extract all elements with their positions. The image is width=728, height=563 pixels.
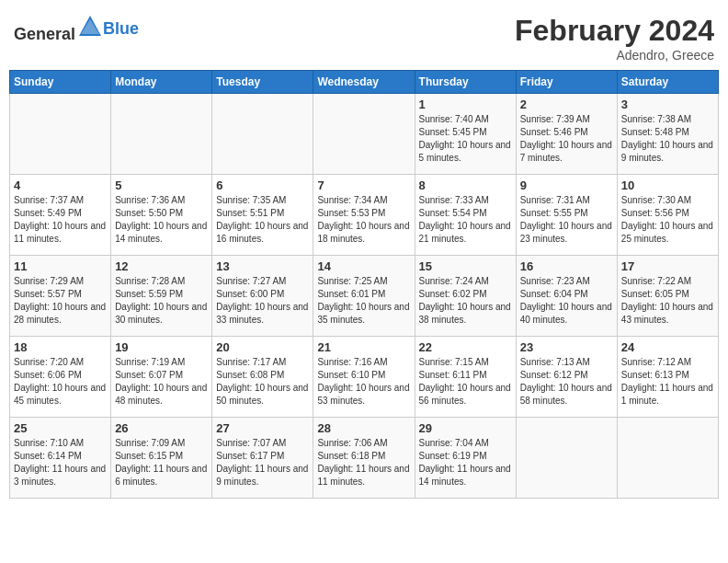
day-detail: Sunrise: 7:33 AM Sunset: 5:54 PM Dayligh…: [419, 194, 512, 246]
day-detail: Sunrise: 7:28 AM Sunset: 5:59 PM Dayligh…: [115, 275, 208, 327]
calendar-day-cell: 2Sunrise: 7:39 AM Sunset: 5:46 PM Daylig…: [516, 94, 617, 175]
calendar-day-cell: 29Sunrise: 7:04 AM Sunset: 6:19 PM Dayli…: [415, 418, 516, 499]
day-number: 18: [14, 340, 107, 354]
calendar-day-cell: 21Sunrise: 7:16 AM Sunset: 6:10 PM Dayli…: [313, 337, 415, 418]
weekday-header: Monday: [111, 71, 212, 94]
day-number: 14: [317, 259, 410, 273]
weekday-header: Thursday: [415, 71, 516, 94]
page-header: General Blue February 2024 Adendro, Gree…: [9, 9, 719, 63]
calendar-day-cell: 16Sunrise: 7:23 AM Sunset: 6:04 PM Dayli…: [516, 256, 617, 337]
calendar-table: SundayMondayTuesdayWednesdayThursdayFrid…: [9, 70, 719, 499]
calendar-week-row: 1Sunrise: 7:40 AM Sunset: 5:45 PM Daylig…: [10, 94, 719, 175]
day-detail: Sunrise: 7:35 AM Sunset: 5:51 PM Dayligh…: [216, 194, 309, 246]
calendar-day-cell: 8Sunrise: 7:33 AM Sunset: 5:54 PM Daylig…: [415, 175, 516, 256]
logo: General Blue: [14, 14, 139, 44]
calendar-day-cell: 22Sunrise: 7:15 AM Sunset: 6:11 PM Dayli…: [415, 337, 516, 418]
day-number: 27: [216, 421, 309, 435]
day-detail: Sunrise: 7:06 AM Sunset: 6:18 PM Dayligh…: [317, 437, 410, 488]
logo-text: General: [14, 14, 103, 44]
logo-blue: Blue: [103, 19, 139, 39]
day-detail: Sunrise: 7:24 AM Sunset: 6:02 PM Dayligh…: [419, 275, 512, 327]
calendar-day-cell: 7Sunrise: 7:34 AM Sunset: 5:53 PM Daylig…: [313, 175, 415, 256]
day-number: 9: [520, 178, 613, 192]
day-number: 24: [621, 340, 714, 354]
calendar-day-cell: 3Sunrise: 7:38 AM Sunset: 5:48 PM Daylig…: [617, 94, 718, 175]
day-number: 7: [317, 178, 410, 192]
title-block: February 2024 Adendro, Greece: [515, 14, 714, 63]
calendar-day-cell: 9Sunrise: 7:31 AM Sunset: 5:55 PM Daylig…: [516, 175, 617, 256]
calendar-day-cell: [10, 94, 111, 175]
day-number: 26: [115, 421, 208, 435]
day-detail: Sunrise: 7:13 AM Sunset: 6:12 PM Dayligh…: [520, 356, 613, 408]
day-number: 21: [317, 340, 410, 354]
day-number: 22: [419, 340, 512, 354]
calendar-day-cell: 25Sunrise: 7:10 AM Sunset: 6:14 PM Dayli…: [10, 418, 111, 499]
location-subtitle: Adendro, Greece: [515, 48, 714, 63]
calendar-day-cell: 27Sunrise: 7:07 AM Sunset: 6:17 PM Dayli…: [212, 418, 313, 499]
calendar-week-row: 25Sunrise: 7:10 AM Sunset: 6:14 PM Dayli…: [10, 418, 719, 499]
day-detail: Sunrise: 7:12 AM Sunset: 6:13 PM Dayligh…: [621, 356, 714, 408]
day-number: 11: [14, 259, 107, 273]
day-detail: Sunrise: 7:39 AM Sunset: 5:46 PM Dayligh…: [520, 113, 613, 165]
calendar-day-cell: 28Sunrise: 7:06 AM Sunset: 6:18 PM Dayli…: [313, 418, 415, 499]
weekday-header: Friday: [516, 71, 617, 94]
calendar-day-cell: 15Sunrise: 7:24 AM Sunset: 6:02 PM Dayli…: [415, 256, 516, 337]
day-number: 15: [419, 259, 512, 273]
calendar-day-cell: [111, 94, 212, 175]
calendar-day-cell: 14Sunrise: 7:25 AM Sunset: 6:01 PM Dayli…: [313, 256, 415, 337]
calendar-day-cell: 13Sunrise: 7:27 AM Sunset: 6:00 PM Dayli…: [212, 256, 313, 337]
calendar-day-cell: 1Sunrise: 7:40 AM Sunset: 5:45 PM Daylig…: [415, 94, 516, 175]
day-number: 13: [216, 259, 309, 273]
calendar-day-cell: 26Sunrise: 7:09 AM Sunset: 6:15 PM Dayli…: [111, 418, 212, 499]
day-number: 1: [419, 98, 512, 111]
calendar-day-cell: 10Sunrise: 7:30 AM Sunset: 5:56 PM Dayli…: [617, 175, 718, 256]
day-detail: Sunrise: 7:31 AM Sunset: 5:55 PM Dayligh…: [520, 194, 613, 246]
day-number: 12: [115, 259, 208, 273]
day-detail: Sunrise: 7:36 AM Sunset: 5:50 PM Dayligh…: [115, 194, 208, 246]
calendar-week-row: 4Sunrise: 7:37 AM Sunset: 5:49 PM Daylig…: [10, 175, 719, 256]
day-number: 28: [317, 421, 410, 435]
calendar-week-row: 11Sunrise: 7:29 AM Sunset: 5:57 PM Dayli…: [10, 256, 719, 337]
day-detail: Sunrise: 7:10 AM Sunset: 6:14 PM Dayligh…: [14, 437, 107, 488]
calendar-day-cell: [212, 94, 313, 175]
day-number: 19: [115, 340, 208, 354]
day-number: 25: [14, 421, 107, 435]
month-year-title: February 2024: [515, 14, 714, 48]
day-number: 2: [520, 98, 613, 111]
calendar-day-cell: [516, 418, 617, 499]
day-detail: Sunrise: 7:25 AM Sunset: 6:01 PM Dayligh…: [317, 275, 410, 327]
day-detail: Sunrise: 7:09 AM Sunset: 6:15 PM Dayligh…: [115, 437, 208, 488]
day-number: 29: [419, 421, 512, 435]
calendar-day-cell: 12Sunrise: 7:28 AM Sunset: 5:59 PM Dayli…: [111, 256, 212, 337]
day-number: 23: [520, 340, 613, 354]
day-detail: Sunrise: 7:04 AM Sunset: 6:19 PM Dayligh…: [419, 437, 512, 488]
day-detail: Sunrise: 7:23 AM Sunset: 6:04 PM Dayligh…: [520, 275, 613, 327]
day-detail: Sunrise: 7:19 AM Sunset: 6:07 PM Dayligh…: [115, 356, 208, 408]
day-detail: Sunrise: 7:15 AM Sunset: 6:11 PM Dayligh…: [419, 356, 512, 408]
day-number: 20: [216, 340, 309, 354]
weekday-header: Saturday: [617, 71, 718, 94]
day-detail: Sunrise: 7:37 AM Sunset: 5:49 PM Dayligh…: [14, 194, 107, 246]
weekday-header-row: SundayMondayTuesdayWednesdayThursdayFrid…: [10, 71, 719, 94]
day-number: 10: [621, 178, 714, 192]
day-detail: Sunrise: 7:30 AM Sunset: 5:56 PM Dayligh…: [621, 194, 714, 246]
day-detail: Sunrise: 7:29 AM Sunset: 5:57 PM Dayligh…: [14, 275, 107, 327]
calendar-day-cell: 20Sunrise: 7:17 AM Sunset: 6:08 PM Dayli…: [212, 337, 313, 418]
calendar-day-cell: 6Sunrise: 7:35 AM Sunset: 5:51 PM Daylig…: [212, 175, 313, 256]
day-detail: Sunrise: 7:40 AM Sunset: 5:45 PM Dayligh…: [419, 113, 512, 165]
weekday-header: Sunday: [10, 71, 111, 94]
weekday-header: Tuesday: [212, 71, 313, 94]
calendar-day-cell: 17Sunrise: 7:22 AM Sunset: 6:05 PM Dayli…: [617, 256, 718, 337]
logo-icon: [77, 14, 103, 40]
calendar-day-cell: 4Sunrise: 7:37 AM Sunset: 5:49 PM Daylig…: [10, 175, 111, 256]
day-number: 17: [621, 259, 714, 273]
calendar-day-cell: [617, 418, 718, 499]
day-detail: Sunrise: 7:22 AM Sunset: 6:05 PM Dayligh…: [621, 275, 714, 327]
day-detail: Sunrise: 7:27 AM Sunset: 6:00 PM Dayligh…: [216, 275, 309, 327]
day-detail: Sunrise: 7:16 AM Sunset: 6:10 PM Dayligh…: [317, 356, 410, 408]
day-detail: Sunrise: 7:34 AM Sunset: 5:53 PM Dayligh…: [317, 194, 410, 246]
calendar-week-row: 18Sunrise: 7:20 AM Sunset: 6:06 PM Dayli…: [10, 337, 719, 418]
day-number: 5: [115, 178, 208, 192]
day-number: 16: [520, 259, 613, 273]
weekday-header: Wednesday: [313, 71, 415, 94]
